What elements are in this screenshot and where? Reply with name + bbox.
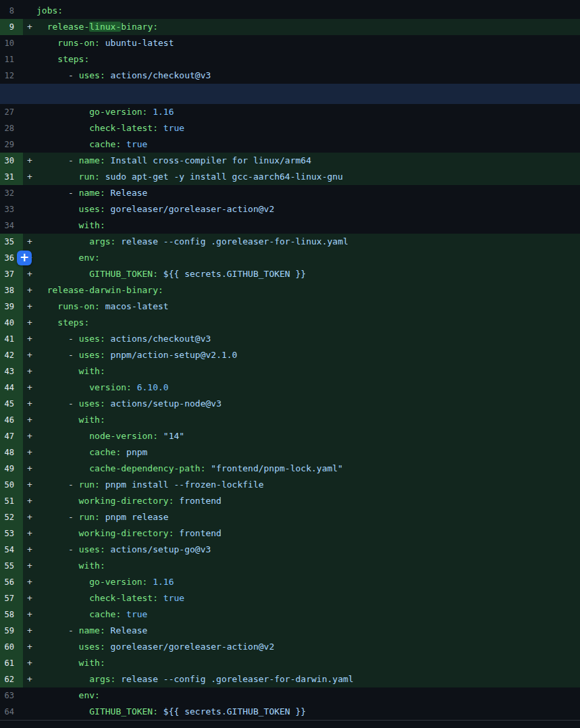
diff-row: 55+ with: [0, 558, 580, 574]
yaml-string: Install cross-compiler for linux/arm64 [105, 155, 311, 165]
yaml-key: run: [36, 172, 100, 182]
yaml-string: pnpm release [100, 512, 169, 522]
yaml-key: uses: [79, 398, 105, 409]
diff-added-marker: + [23, 639, 36, 655]
diff-added-marker: + [23, 396, 36, 412]
yaml-key: go-version: [36, 577, 147, 587]
code-line: GITHUB_TOKEN: ${{ secrets.GITHUB_TOKEN }… [23, 704, 580, 720]
line-number[interactable]: 45 [0, 396, 23, 412]
code-line: + - run: pnpm install --frozen-lockfile [23, 477, 580, 493]
yaml-constant: true [158, 123, 184, 133]
line-number[interactable]: 39 [0, 298, 23, 315]
diff-added-marker: + [23, 234, 36, 250]
yaml-key: name: [79, 625, 105, 635]
line-number[interactable]: 11 [0, 51, 23, 68]
line-number[interactable]: 41 [0, 331, 23, 347]
line-number[interactable]: 61 [0, 655, 23, 671]
diff-row: 60+ uses: goreleaser/goreleaser-action@v… [0, 639, 580, 655]
line-number[interactable]: 63 [0, 687, 23, 704]
line-number[interactable]: 30 [0, 153, 23, 169]
yaml-string: actions/checkout@v3 [105, 334, 211, 344]
diff-added-marker: + [23, 671, 36, 687]
line-number[interactable]: 8 [0, 3, 23, 19]
diff-row: 51+ working-directory: frontend [0, 493, 580, 509]
code-line: + - uses: actions/checkout@v3 [23, 331, 580, 347]
code-line: + - uses: pnpm/action-setup@v2.1.0 [23, 347, 580, 363]
yaml-string: ${{ secrets.GITHUB_TOKEN }} [158, 706, 306, 717]
code-line: go-version: 1.16 [23, 104, 580, 120]
line-number[interactable]: 10 [0, 35, 23, 51]
yaml-text: - [36, 188, 79, 198]
line-number[interactable]: 60 [0, 639, 23, 655]
line-number[interactable]: 38 [0, 282, 23, 298]
yaml-key: check-latest: [36, 123, 158, 133]
line-number[interactable]: 35 [0, 234, 23, 250]
hunk-expander-row[interactable] [0, 84, 580, 104]
code-line: with: [23, 217, 580, 234]
diff-row: 57+ check-latest: true [0, 590, 580, 606]
line-number[interactable]: 37 [0, 266, 23, 282]
code-line: + GITHUB_TOKEN: ${{ secrets.GITHUB_TOKEN… [23, 266, 580, 282]
line-number[interactable]: 9 [0, 19, 23, 35]
add-comment-button[interactable]: + [17, 251, 32, 265]
line-number[interactable]: 53 [0, 525, 23, 542]
line-number[interactable]: 40 [0, 315, 23, 331]
line-number[interactable]: 42 [0, 347, 23, 363]
line-number[interactable]: 43 [0, 363, 23, 380]
line-number[interactable]: 58 [0, 606, 23, 623]
line-number[interactable]: 46 [0, 412, 23, 428]
code-line: runs-on: ubuntu-latest [23, 35, 580, 51]
diff-row: 27 go-version: 1.16 [0, 104, 580, 120]
line-number[interactable]: 64 [0, 704, 23, 720]
line-number[interactable]: 44 [0, 380, 23, 396]
line-number[interactable]: 52 [0, 509, 23, 525]
line-number[interactable]: 12 [0, 68, 23, 84]
line-number[interactable]: 28 [0, 120, 23, 136]
diff-added-marker: + [23, 412, 36, 428]
code-line: + - uses: actions/setup-go@v3 [23, 542, 580, 558]
line-number[interactable]: 34 [0, 217, 23, 234]
code-line: + with: [23, 655, 580, 671]
line-number[interactable]: 62 [0, 671, 23, 687]
code-line: env: [23, 687, 580, 704]
code-line: + release-darwin-binary: [23, 282, 580, 298]
line-number[interactable]: 51 [0, 493, 23, 509]
code-line: + version: 6.10.0 [23, 380, 580, 396]
line-number[interactable]: 47 [0, 428, 23, 444]
line-number[interactable]: 55 [0, 558, 23, 574]
line-number[interactable]: 57 [0, 590, 23, 606]
diff-row: 9+ release-linux-binary: [0, 19, 580, 35]
line-number[interactable]: 29 [0, 136, 23, 153]
line-number[interactable]: 33 [0, 201, 23, 217]
yaml-key: uses: [79, 544, 105, 554]
line-number[interactable]: 48 [0, 444, 23, 461]
diff-row: 43+ with: [0, 363, 580, 380]
line-number[interactable]: 54 [0, 542, 23, 558]
yaml-key: uses: [79, 70, 105, 80]
line-number[interactable]: 27 [0, 104, 23, 120]
line-number[interactable]: 50 [0, 477, 23, 493]
yaml-key: uses: [36, 642, 105, 652]
yaml-string: pnpm/action-setup@v2.1.0 [105, 350, 238, 360]
code-line: + with: [23, 558, 580, 574]
code-line: + cache: pnpm [23, 444, 580, 461]
code-line: + cache: true [23, 606, 580, 623]
line-number[interactable]: 49 [0, 461, 23, 477]
line-number[interactable]: 56 [0, 574, 23, 590]
code-line: jobs: [23, 3, 580, 19]
line-number[interactable]: 31 [0, 169, 23, 185]
yaml-text: - [36, 512, 79, 522]
line-number[interactable]: 59 [0, 623, 23, 639]
yaml-string: sudo apt-get -y install gcc-aarch64-linu… [100, 172, 343, 182]
yaml-string: actions/setup-node@v3 [105, 398, 221, 409]
yaml-key: args: [36, 674, 115, 684]
code-line: + with: [23, 412, 580, 428]
yaml-key: cache-dependency-path: [36, 463, 205, 473]
diff-added-marker: + [23, 525, 36, 542]
diff-added-marker: + [23, 574, 36, 590]
code-line: + args: release --config .goreleaser-for… [23, 234, 580, 250]
diff-added-marker: + [23, 266, 36, 282]
line-number[interactable]: 32 [0, 185, 23, 201]
diff-row: 54+ - uses: actions/setup-go@v3 [0, 542, 580, 558]
diff-added-marker: + [23, 347, 36, 363]
